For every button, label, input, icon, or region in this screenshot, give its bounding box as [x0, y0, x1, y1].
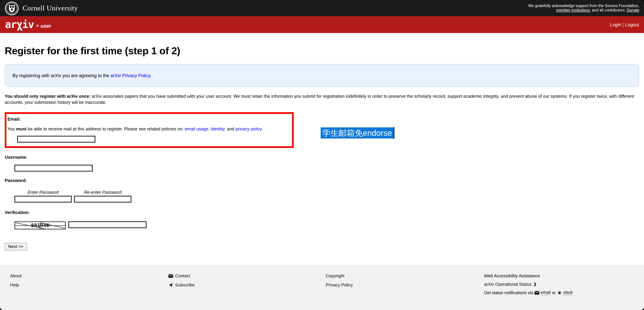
register-once-bold: You should only register with arXiv once…	[5, 94, 90, 99]
site-footer: About Help Contact Subscribe Copyright P…	[0, 265, 644, 310]
notifications-prefix: Get status notifications via	[484, 290, 533, 295]
accessibility-text: Web Accessibility Assistance	[484, 273, 573, 278]
slack-icon	[557, 291, 562, 295]
footer-col-contact: Contact Subscribe	[168, 273, 195, 291]
footer-col-status: Web Accessibility Assistance arXiv Opera…	[484, 273, 573, 295]
text-caret	[394, 127, 394, 139]
email-input[interactable]	[17, 136, 95, 143]
password-label: Password:	[5, 178, 639, 183]
captcha-code: 881946	[31, 222, 49, 228]
username-label: Username:	[5, 155, 639, 160]
email-desc-text: You	[8, 126, 16, 131]
privacy-notice-box: By registering with arXiv you are agreei…	[5, 64, 639, 87]
register-form: Register for the first time (step 1 of 2…	[0, 33, 644, 265]
logout-link[interactable]: Logout	[625, 22, 639, 27]
or-text: or	[552, 290, 556, 295]
contact-link[interactable]: Contact	[175, 273, 190, 278]
operational-status-link[interactable]: arXiv Operational Status	[484, 282, 532, 287]
password-input[interactable]	[14, 196, 72, 202]
verification-label: Verification:	[5, 210, 639, 215]
auth-links: Login|Logout	[610, 22, 639, 27]
arxiv-logo[interactable]: arχiv	[5, 20, 34, 30]
username-input[interactable]	[14, 165, 93, 171]
login-link[interactable]: Login	[610, 22, 621, 27]
page-title: Register for the first time (step 1 of 2…	[5, 33, 639, 57]
privacy-notice-text: By registering with arXiv you are agreei…	[12, 73, 152, 78]
acknowledgment-text: We gratefully acknowledge support from t…	[514, 4, 639, 13]
logo-ar: ar	[5, 19, 16, 30]
auth-separator: |	[622, 22, 624, 27]
donate-link[interactable]: Donate	[627, 8, 639, 12]
verification-input[interactable]	[68, 221, 146, 228]
email-desc-must: must	[16, 126, 26, 131]
email-status-link[interactable]: email	[540, 290, 551, 295]
ack-text: We gratefully acknowledge support from t…	[528, 4, 639, 8]
password-inputs	[14, 196, 639, 202]
slack-status-link[interactable]: slack	[563, 290, 573, 295]
paper-plane-icon	[168, 283, 173, 287]
subscribe-link[interactable]: Subscribe	[175, 282, 195, 287]
cornell-seal-icon[interactable]	[5, 1, 19, 16]
about-link[interactable]: About	[10, 273, 22, 278]
email-usage-link[interactable]: email usage	[185, 126, 208, 131]
captcha-image: 881946	[14, 221, 66, 229]
register-once-paragraph: You should only register with arXiv once…	[5, 93, 639, 105]
identity-link[interactable]: identity	[211, 126, 224, 131]
chevron-right-icon: ❯	[534, 282, 536, 286]
logo-chi: χ	[16, 19, 22, 30]
verification-row: 881946	[14, 221, 639, 229]
envelope-icon	[168, 274, 173, 278]
email-status-envelope-icon	[534, 291, 539, 295]
footer-col-legal: Copyright Privacy Policy	[326, 273, 353, 291]
next-button[interactable]: Next >>	[5, 243, 27, 250]
cornell-wordmark[interactable]: Cornell University	[22, 4, 78, 12]
privacy-policy-inline-link[interactable]: privacy policy	[236, 126, 262, 131]
breadcrumb: user	[40, 23, 51, 29]
reenter-password-caption: Re-enter Password	[74, 190, 131, 195]
breadcrumb-gt: >	[36, 23, 39, 28]
privacy-policy-link[interactable]: arXiv Privacy Policy.	[110, 73, 152, 78]
ime-composition-overlay: 学生邮箱免endorse	[321, 127, 394, 139]
email-desc-text-2: be able to receive mail at this address …	[26, 126, 184, 131]
copyright-link[interactable]: Copyright	[326, 273, 344, 278]
email-desc-period: .	[262, 126, 263, 131]
member-institutions-link[interactable]: member institutions	[556, 8, 590, 12]
password-captions: Enter Password Re-enter Password	[14, 190, 639, 195]
footer-privacy-policy-link[interactable]: Privacy Policy	[326, 282, 353, 287]
email-label: Email:	[8, 117, 288, 122]
logo-iv: iv	[22, 19, 34, 30]
page: Cornell University We gratefully acknowl…	[0, 0, 644, 310]
register-once-text: arXiv associates papers that you have su…	[5, 94, 634, 105]
arxiv-banner: arχiv > user Login|Logout	[0, 16, 644, 33]
email-desc-sep2: ; and	[225, 126, 236, 131]
email-description: You must be able to receive mail at this…	[8, 126, 288, 131]
email-section-annotation: Email: You must be able to receive mail …	[5, 112, 294, 148]
email-desc-sep1: ;	[208, 126, 211, 131]
cornell-topbar: Cornell University We gratefully acknowl…	[0, 0, 644, 16]
notice-text: By registering with arXiv you are agreei…	[12, 73, 110, 78]
help-link[interactable]: Help	[10, 282, 19, 287]
footer-col-about: About Help	[10, 273, 22, 291]
status-notifications: Get status notifications via email or sl…	[484, 290, 573, 295]
reenter-password-input[interactable]	[74, 196, 131, 202]
ack-text-2: , and all contributors.	[590, 8, 627, 12]
ime-text: 学生邮箱免endorse	[322, 128, 392, 137]
enter-password-caption: Enter Password	[14, 190, 72, 195]
